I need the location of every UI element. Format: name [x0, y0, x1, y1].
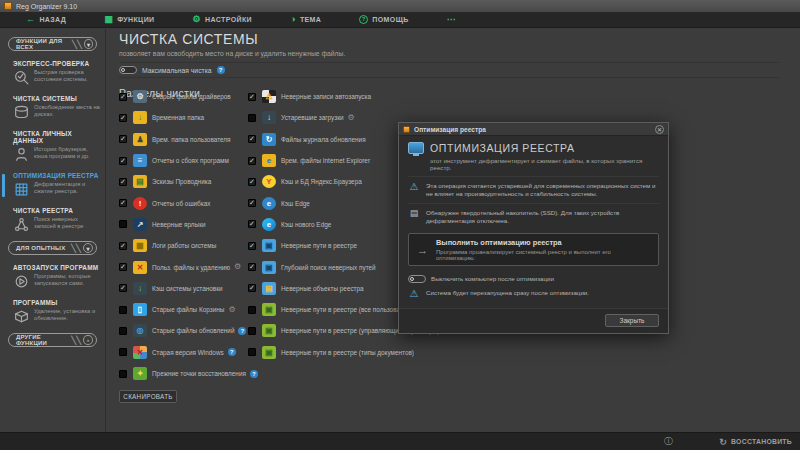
- group-label: ФУНКЦИИ ДЛЯ ВСЕХ: [16, 38, 72, 50]
- help-icon[interactable]: ?: [238, 327, 246, 335]
- error-burst-icon: !: [133, 197, 147, 210]
- cleanup-checkbox[interactable]: [248, 306, 256, 314]
- sidebar-item-desc: Программы, которые запускаются сами.: [34, 273, 100, 290]
- cleanup-checkbox[interactable]: [248, 199, 256, 207]
- max-clean-toggle[interactable]: [119, 66, 137, 74]
- functions-icon: ▦: [104, 15, 113, 24]
- autorun-icon: [13, 273, 30, 290]
- help-icon[interactable]: ?: [228, 348, 236, 356]
- cleanup-checkbox[interactable]: [248, 348, 256, 356]
- cleanup-label: Кэш и БД Яндекс.Браузера: [281, 178, 362, 185]
- theme-icon: ◑: [290, 15, 296, 24]
- personal-data-icon: [13, 146, 30, 163]
- cleanup-checkbox[interactable]: [248, 220, 256, 228]
- cleanup-checkbox[interactable]: [119, 178, 127, 186]
- registry-optimization-dialog: Оптимизация реестра ✕ ОПТИМИЗАЦИЯ РЕЕСТР…: [398, 122, 669, 334]
- gear-icon[interactable]: ⚙: [228, 306, 235, 314]
- group-label: ДРУГИЕ ФУНКЦИИ: [16, 334, 71, 346]
- folder-thumbs-icon: ▤: [133, 175, 147, 188]
- menu-back-arrow[interactable]: ←НАЗАД: [26, 15, 66, 24]
- cleanup-checkbox[interactable]: [119, 306, 127, 314]
- cleanup-checkbox[interactable]: [248, 93, 256, 101]
- cleanup-checkbox[interactable]: [119, 370, 127, 378]
- system-clean-icon: [13, 104, 30, 121]
- decoration: ╲╲: [71, 244, 81, 253]
- sidebar-item-registry-clean[interactable]: ЧИСТКА РЕЕСТРАПоиск неверных записей в р…: [0, 203, 105, 238]
- gear-icon[interactable]: ⚙: [234, 263, 241, 271]
- gear-icon[interactable]: ⚙: [348, 114, 355, 122]
- info-icon[interactable]: ⓘ: [664, 435, 673, 448]
- group-advanced[interactable]: ДЛЯ ОПЫТНЫХ╲╲▾: [8, 241, 97, 255]
- menu-more[interactable]: ⋯: [447, 15, 456, 24]
- help-icon[interactable]: ?: [217, 66, 225, 74]
- close-icon[interactable]: ✕: [655, 125, 664, 134]
- cleanup-checkbox[interactable]: [119, 242, 127, 250]
- cleanup-checkbox[interactable]: [248, 157, 256, 165]
- menu-help[interactable]: ?ПОМОЩЬ: [359, 15, 408, 24]
- close-dialog-button[interactable]: Закрыть: [605, 314, 659, 327]
- group-all-functions[interactable]: ФУНКЦИИ ДЛЯ ВСЕХ╲╲▾: [8, 37, 97, 51]
- sidebar-item-title: ЧИСТКА ЛИЧНЫХ ДАННЫХ: [13, 130, 101, 144]
- shutdown-toggle[interactable]: [408, 275, 426, 283]
- cleanup-checkbox[interactable]: [119, 199, 127, 207]
- old-downloads-icon: ↓: [262, 111, 276, 124]
- yandex-icon: Y: [262, 175, 276, 188]
- app-title: Reg Organizer 9.10: [16, 3, 77, 10]
- decoration: ╲╲: [71, 336, 81, 345]
- max-clean-label: Максимальная чистка: [142, 67, 212, 74]
- sidebar-item-express-check[interactable]: ЭКСПРЕСС-ПРОВЕРКАБыстрая проверка состоя…: [0, 56, 105, 91]
- cleanup-item: ♟Врем. папка пользователя: [119, 129, 248, 150]
- restore-points-icon: ✦: [133, 367, 147, 380]
- cleanup-checkbox[interactable]: [119, 327, 127, 335]
- run-optimization-button[interactable]: → Выполнить оптимизацию реестра Программ…: [408, 233, 659, 266]
- registry-optimize-icon: [13, 181, 30, 198]
- restore-button[interactable]: ↻ ВОССТАНОВИТЬ: [719, 437, 792, 447]
- cleanup-item: ✦Прежние точки восстановления?: [119, 363, 248, 384]
- cleanup-checkbox[interactable]: [119, 93, 127, 101]
- setup-cache-icon: ↓: [133, 282, 147, 295]
- menu-functions[interactable]: ▦ФУНКЦИИ: [104, 15, 154, 24]
- cleanup-checkbox[interactable]: [248, 284, 256, 292]
- decoration: ╲╲: [72, 40, 82, 49]
- cleanup-checkbox[interactable]: [248, 242, 256, 250]
- dialog-logo-icon: [403, 126, 410, 133]
- cleanup-item: ▤Эскизы Проводника: [119, 171, 248, 192]
- cleanup-item: ⚙Старые файлы драйверов: [119, 86, 248, 107]
- cleanup-checkbox[interactable]: [119, 348, 127, 356]
- cleanup-checkbox[interactable]: [248, 327, 256, 335]
- menu-settings[interactable]: ⚙НАСТРОЙКИ: [193, 15, 253, 24]
- sidebar-item-programs[interactable]: ПРОГРАММЫУдаление, установка и обновлени…: [0, 295, 105, 330]
- trash-bin-icon: ▯: [133, 303, 147, 316]
- cleanup-checkbox[interactable]: [248, 114, 256, 122]
- menu-theme[interactable]: ◑ТЕМА: [290, 15, 321, 24]
- sidebar-item-desc: Дефрагментация и сжатие реестра.: [34, 181, 100, 198]
- cleanup-checkbox[interactable]: [248, 263, 256, 271]
- cleanup-label: Врем. папка пользователя: [152, 136, 231, 143]
- sidebar-item-system-clean[interactable]: ЧИСТКА СИСТЕМЫОсвобождение места на диск…: [0, 91, 105, 126]
- cleanup-label: Отчеты о сбоях программ: [152, 157, 229, 164]
- cleanup-checkbox[interactable]: [248, 135, 256, 143]
- cleanup-item: ▯Старые файлы Корзины⚙: [119, 299, 248, 320]
- cleanup-item: ✕Старая версия Windows?: [119, 342, 248, 363]
- cleanup-checkbox[interactable]: [119, 157, 127, 165]
- sidebar-item-autorun[interactable]: АВТОЗАПУСК ПРОГРАММПрограммы, которые за…: [0, 260, 105, 295]
- arrow-right-icon: →: [417, 244, 428, 256]
- group-other-functions[interactable]: ДРУГИЕ ФУНКЦИИ╲╲›: [8, 333, 97, 347]
- sidebar-item-personal-data[interactable]: ЧИСТКА ЛИЧНЫХ ДАННЫХИстории браузеров, к…: [0, 126, 105, 168]
- titlebar: Reg Organizer 9.10: [0, 0, 800, 12]
- update-files-icon: ◎: [133, 324, 147, 337]
- restart-warning: ⚠ Система будет перезапущена сразу после…: [408, 289, 659, 306]
- cleanup-label: Старые файлы драйверов: [152, 93, 231, 100]
- cleanup-checkbox[interactable]: [119, 135, 127, 143]
- sidebar-item-title: ОПТИМИЗАЦИЯ РЕЕСТРА: [13, 172, 101, 179]
- sidebar-item-registry-optimize[interactable]: ОПТИМИЗАЦИЯ РЕЕСТРАДефрагментация и сжат…: [0, 168, 105, 203]
- cleanup-checkbox[interactable]: [119, 284, 127, 292]
- cleanup-checkbox[interactable]: [248, 178, 256, 186]
- cleanup-checkbox[interactable]: [119, 114, 127, 122]
- edge-old-icon: e: [262, 197, 276, 210]
- scan-button[interactable]: СКАНИРОВАТЬ: [119, 390, 177, 403]
- dialog-footer: Закрыть: [399, 308, 668, 333]
- menu-label: ПОМОЩЬ: [372, 16, 408, 23]
- cleanup-checkbox[interactable]: [119, 220, 127, 228]
- cleanup-checkbox[interactable]: [119, 263, 127, 271]
